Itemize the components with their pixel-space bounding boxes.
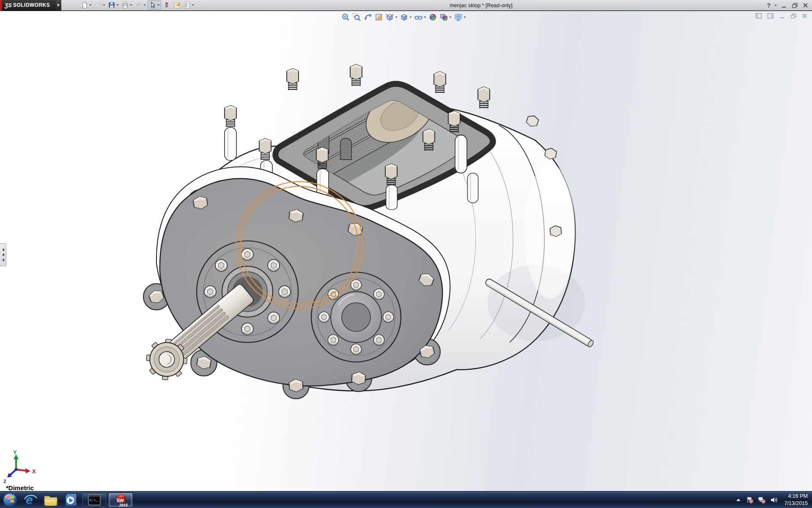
view-settings-button[interactable] [453,12,466,22]
hidden-icons-arrow[interactable] [735,497,741,503]
dropdown-caret[interactable] [424,17,426,18]
triad-x-label: X [32,468,36,475]
media-player-button[interactable] [61,492,81,508]
restore-button[interactable] [791,3,798,8]
start-button[interactable] [0,492,20,508]
windows-taskbar: e [0,491,812,508]
graphics-viewport[interactable]: Y X Z *Dimetric [0,11,812,491]
title-bar: ƷS SOLIDWORKS [0,0,812,11]
close-document-icon[interactable] [801,13,808,19]
select-tool-button[interactable] [148,0,161,10]
eyeglasses-icon [414,13,423,22]
zoom-to-area-button[interactable] [352,12,362,22]
file-explorer-button[interactable] [41,492,61,508]
edit-appearance-button[interactable] [428,12,438,22]
menu-expand-tab[interactable] [56,0,61,11]
collapse-right-panel-icon[interactable] [767,13,774,19]
undo-button[interactable] [134,0,147,10]
gearbox-3d-model[interactable]: Y X Z *Dimetric [0,11,812,491]
ie-letter: e [26,493,33,507]
internet-explorer-icon: e [23,493,38,507]
triad-y-label: Y [13,449,17,456]
file-properties-button[interactable] [172,0,181,10]
save-button[interactable] [107,0,120,10]
new-document-icon [81,1,88,9]
rebuild-traffic-light-icon [163,1,170,9]
folder-icon [43,492,58,508]
minimize-document-icon[interactable] [779,13,785,19]
headsup-view-toolbar [341,12,466,22]
section-view-button[interactable] [374,12,384,22]
media-player-icon [64,493,78,507]
zoom-to-fit-button[interactable] [341,12,351,22]
menu-bar-toolbar [80,0,195,10]
system-tray: 4:16 PM 7/13/2015 [735,491,812,508]
window-title: menjac sklop * [Read-only] [199,0,763,11]
appearance-sphere-icon [428,13,437,22]
view-orientation-label: *Dimetric [6,484,34,491]
action-center-flag-icon[interactable] [746,496,753,503]
view-orientation-button[interactable] [385,12,398,22]
dropdown-caret[interactable] [143,4,146,6]
open-button[interactable] [93,0,106,10]
minimize-button[interactable] [781,3,787,8]
hide-show-items-button[interactable] [414,12,427,22]
new-document-button[interactable] [80,0,93,10]
solidworks-taskbar-button[interactable]: SW 2015 [108,493,133,507]
dropdown-caret[interactable] [130,4,132,6]
dropdown-caret[interactable] [464,17,466,18]
sw-year-badge: 2015 [119,503,128,507]
file-properties-icon [173,1,181,9]
dropdown-caret[interactable] [449,17,452,18]
zoom-to-fit-icon [341,13,350,22]
help-dropdown-caret[interactable] [774,5,777,6]
print-icon [121,1,129,9]
previous-view-button[interactable] [363,12,373,22]
select-cursor-icon [149,1,156,9]
taskbar-apps: e [0,491,134,508]
expand-arrow-icon [58,3,60,7]
view-orientation-icon [385,13,394,22]
help-button[interactable]: ? [767,2,771,9]
dropdown-caret[interactable] [103,4,105,6]
rebuild-button[interactable] [162,0,171,10]
save-icon [108,1,115,9]
internet-explorer-button[interactable]: e [20,492,41,508]
volume-icon[interactable] [770,497,778,503]
cmd-prompt-text: C:\_ [90,498,98,502]
collapse-left-panel-icon[interactable] [755,13,763,19]
dropdown-caret[interactable] [116,4,119,6]
display-style-button[interactable] [399,12,412,22]
solidworks-logo-mark: ƷS [5,2,12,8]
dropdown-caret[interactable] [192,4,194,6]
dropdown-caret[interactable] [89,4,92,6]
print-button[interactable] [121,0,133,10]
undo-icon [135,1,143,9]
restore-document-icon[interactable] [790,13,797,19]
network-error-icon[interactable] [758,496,765,503]
options-button[interactable] [182,0,195,10]
triad-z-label: Z [3,479,6,484]
countershaft-boss[interactable] [311,272,401,362]
previous-view-icon [363,13,372,22]
apply-scene-button[interactable] [439,12,452,22]
solidworks-2015-icon: SW 2015 [113,492,128,508]
dropdown-caret[interactable] [409,17,412,18]
windows-start-orb-icon [3,492,18,508]
solidworks-logo: ƷS SOLIDWORKS [0,0,56,11]
panel-arrow-icon [2,248,4,251]
close-button[interactable] [802,3,809,8]
view-settings-monitor-icon [454,13,463,22]
sw-cube-text: SW [117,498,124,503]
clock-date: 7/13/2015 [784,500,808,507]
solidworks-logo-text: SOLIDWORKS [13,2,50,8]
dropdown-caret[interactable] [395,17,398,18]
document-window-controls [755,13,808,19]
panel-arrow-icon [2,258,4,262]
taskbar-clock[interactable]: 4:16 PM 7/13/2015 [782,493,808,507]
feature-panel-collapsed-tab[interactable] [0,243,6,266]
command-prompt-button[interactable]: C:\_ [82,493,107,507]
section-view-icon [374,13,383,22]
dropdown-caret[interactable] [157,4,160,6]
display-style-icon [400,13,409,22]
